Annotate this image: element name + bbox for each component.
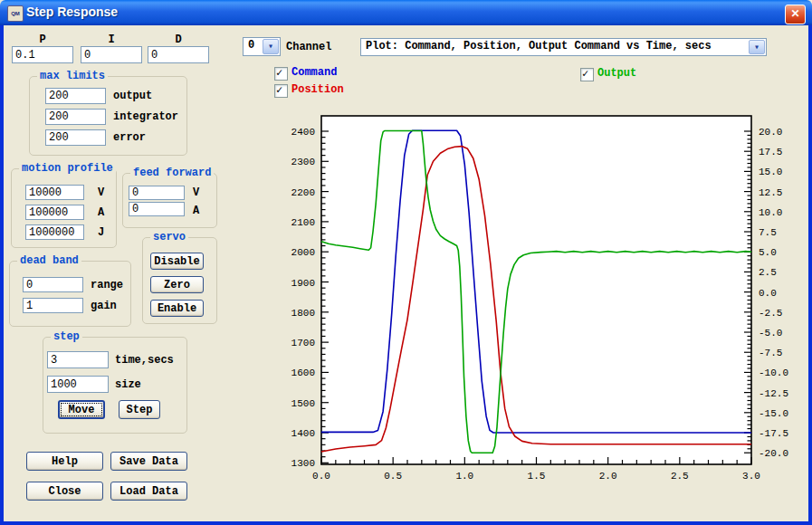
move-button[interactable]: Move <box>58 400 105 419</box>
app-icon: QM <box>7 5 24 22</box>
feed-forward-group: feed forward <box>122 173 217 228</box>
enable-button[interactable]: Enable <box>150 300 204 317</box>
channel-select-value: 0 <box>248 39 254 52</box>
svg-text:2.5: 2.5 <box>759 267 777 278</box>
svg-text:1700: 1700 <box>291 338 315 348</box>
svg-text:0.5: 0.5 <box>384 471 402 482</box>
d-field[interactable] <box>148 46 209 63</box>
velocity-label: V <box>98 186 104 199</box>
plot-select[interactable]: Plot: Command, Position, Output Command … <box>360 38 767 56</box>
svg-text:-12.5: -12.5 <box>759 388 788 399</box>
step-time-label: time,secs <box>115 354 174 367</box>
chevron-down-icon[interactable] <box>749 40 765 54</box>
feed-forward-title: feed forward <box>130 167 214 179</box>
ff-accel-field[interactable] <box>129 202 185 216</box>
step-response-window: QM Step Response ✕ P I D max limits outp… <box>0 0 812 525</box>
svg-text:1.0: 1.0 <box>455 471 473 482</box>
svg-text:2000: 2000 <box>291 247 315 258</box>
svg-text:1500: 1500 <box>291 398 315 409</box>
svg-text:0.0: 0.0 <box>312 471 330 482</box>
jerk-label: J <box>98 226 104 239</box>
step-time-field[interactable] <box>47 351 109 368</box>
chevron-down-icon[interactable] <box>263 39 279 54</box>
svg-text:1600: 1600 <box>291 368 315 378</box>
svg-text:-10.0: -10.0 <box>759 368 788 378</box>
jerk-field[interactable] <box>25 224 84 240</box>
title-bar[interactable]: QM Step Response ✕ <box>0 0 812 25</box>
svg-text:-7.5: -7.5 <box>759 348 782 358</box>
help-button[interactable]: Help <box>26 452 103 471</box>
svg-text:17.5: 17.5 <box>759 147 782 158</box>
svg-text:-17.5: -17.5 <box>759 428 788 439</box>
step-size-label: size <box>115 378 141 391</box>
motion-profile-title: motion profile <box>19 162 116 175</box>
gain-field[interactable] <box>23 298 83 313</box>
channel-label: Channel <box>286 41 331 53</box>
p-label: P <box>12 33 73 46</box>
channel-select[interactable]: 0 <box>243 37 281 56</box>
close-button[interactable]: Close <box>26 482 103 501</box>
output-checkbox-label: Output <box>597 67 636 80</box>
svg-text:-20.0: -20.0 <box>759 448 788 459</box>
gain-label: gain <box>91 300 117 312</box>
step-title: step <box>51 330 82 343</box>
accel-label: A <box>98 206 104 219</box>
servo-title: servo <box>150 231 188 243</box>
svg-text:5.0: 5.0 <box>759 247 777 258</box>
ff-accel-label: A <box>193 205 199 217</box>
d-label: D <box>148 33 209 46</box>
max-error-label: error <box>113 131 146 144</box>
i-label: I <box>81 33 142 46</box>
ff-velocity-field[interactable] <box>129 186 185 200</box>
svg-text:-15.0: -15.0 <box>759 408 788 419</box>
max-limits-title: max limits <box>37 70 108 82</box>
close-icon[interactable]: ✕ <box>785 5 806 24</box>
max-integrator-field[interactable] <box>45 109 106 125</box>
max-output-field[interactable] <box>45 88 106 104</box>
position-checkbox-label: Position <box>291 83 344 96</box>
range-label: range <box>91 279 123 291</box>
window-border-bottom <box>0 521 812 525</box>
window-border-right <box>808 25 812 521</box>
accel-field[interactable] <box>25 205 84 220</box>
max-error-field[interactable] <box>45 129 106 146</box>
disable-button[interactable]: Disable <box>150 253 204 270</box>
step-size-field[interactable] <box>47 376 109 393</box>
svg-text:10.0: 10.0 <box>759 207 782 218</box>
svg-text:2.0: 2.0 <box>599 471 617 482</box>
step-response-plot: 2400230022002100200019001800170016001500… <box>272 110 807 494</box>
svg-text:2200: 2200 <box>291 187 315 198</box>
velocity-field[interactable] <box>25 185 84 200</box>
save-data-button[interactable]: Save Data <box>110 452 187 471</box>
plot-select-value: Plot: Command, Position, Output Command … <box>366 40 712 52</box>
position-checkbox[interactable] <box>274 84 288 98</box>
svg-text:1900: 1900 <box>291 278 315 289</box>
svg-text:1300: 1300 <box>291 458 315 469</box>
dead-band-group: dead band <box>9 261 131 327</box>
p-field[interactable] <box>12 46 73 63</box>
dead-band-title: dead band <box>17 254 81 267</box>
svg-text:1400: 1400 <box>291 428 315 439</box>
command-checkbox-label: Command <box>291 66 337 79</box>
svg-text:3.0: 3.0 <box>742 471 760 482</box>
svg-text:1.5: 1.5 <box>528 471 546 482</box>
svg-text:15.0: 15.0 <box>759 167 782 177</box>
step-button[interactable]: Step <box>119 400 160 419</box>
range-field[interactable] <box>23 277 83 292</box>
max-integrator-label: integrator <box>113 110 178 123</box>
svg-text:2100: 2100 <box>291 217 315 228</box>
command-checkbox[interactable] <box>274 67 288 81</box>
svg-text:-2.5: -2.5 <box>759 308 782 319</box>
zero-button[interactable]: Zero <box>150 276 204 293</box>
svg-text:0.0: 0.0 <box>759 288 777 299</box>
load-data-button[interactable]: Load Data <box>110 482 187 501</box>
svg-text:2.5: 2.5 <box>671 471 689 482</box>
output-checkbox[interactable] <box>580 68 594 81</box>
ff-velocity-label: V <box>193 186 199 199</box>
i-field[interactable] <box>81 46 142 63</box>
max-output-label: output <box>113 90 152 102</box>
svg-text:1800: 1800 <box>291 308 315 319</box>
window-border-left <box>0 25 4 521</box>
svg-text:20.0: 20.0 <box>759 127 782 138</box>
svg-text:7.5: 7.5 <box>759 227 777 238</box>
